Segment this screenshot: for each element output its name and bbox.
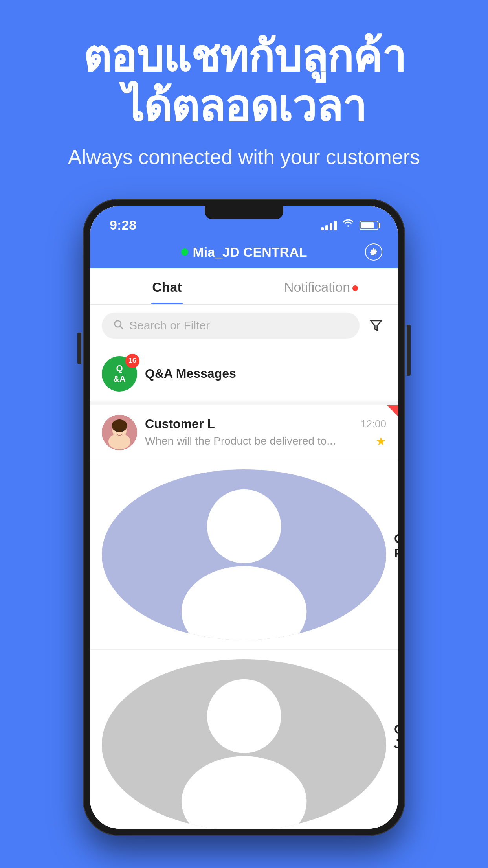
store-name-display: Mia_JD CENTRAL: [181, 245, 307, 260]
phone-screen: 9:28: [90, 206, 398, 829]
svg-marker-2: [371, 321, 382, 330]
chat-item-customer-l[interactable]: Customer L 12:00 When will the Product b…: [90, 405, 398, 460]
phone-outer: 9:28: [83, 199, 405, 836]
thai-title-line2: ได้ตลอดเวลา: [122, 82, 366, 130]
qa-badge: 16: [125, 354, 139, 368]
chat-item-customer-j[interactable]: 8 Customer J 12/16/2021: [90, 650, 398, 829]
svg-point-12: [182, 756, 307, 828]
app-header: Mia_JD CENTRAL: [90, 237, 398, 268]
svg-point-11: [207, 679, 281, 753]
chat-item-customer-p[interactable]: Customer P 12/20/2021 I've got a questio…: [90, 460, 398, 650]
avatar-customer-j: 8: [102, 659, 386, 829]
svg-point-9: [207, 489, 281, 563]
section-divider: [90, 401, 398, 405]
store-name-text: Mia_JD CENTRAL: [193, 245, 307, 260]
unread-badge-j: 8: [374, 659, 386, 671]
search-area: Search or Filter: [90, 305, 398, 347]
phone-wrapper: 9:28: [83, 199, 405, 836]
chat-name: Customer P: [394, 531, 398, 561]
signal-bar-2: [325, 225, 328, 230]
tab-bar: Chat Notification: [90, 268, 398, 305]
unread-corner-flag: [387, 405, 398, 416]
svg-line-1: [120, 326, 123, 329]
avatar-customer-l: [102, 415, 137, 450]
online-status-dot: [181, 248, 188, 256]
status-time: 9:28: [110, 217, 136, 233]
qa-avatar: Q&A 16: [102, 356, 137, 392]
search-icon: [113, 319, 124, 333]
chat-name: Customer J: [394, 722, 398, 751]
subtitle: Always connected with your customers: [24, 143, 464, 171]
svg-point-10: [182, 566, 307, 640]
signal-bar-1: [321, 227, 324, 230]
chat-preview: When will the Product be delivered to...: [145, 435, 372, 447]
svg-point-8: [121, 429, 123, 432]
chat-name: Customer L: [145, 417, 215, 431]
header-section: ตอบแชทกับลูกค้า ได้ตลอดเวลา Always conne…: [0, 0, 488, 187]
svg-point-5: [108, 434, 130, 449]
phone-notch: [205, 206, 283, 219]
qa-label: Q&A Messages: [145, 366, 236, 381]
chat-content-customer-l: Customer L 12:00 When will the Product b…: [145, 417, 386, 448]
svg-point-7: [116, 429, 118, 432]
phone-inner: 9:28: [90, 206, 398, 829]
avatar-customer-p: [102, 469, 386, 640]
chat-preview-row: When will the Product be delivered to...…: [145, 434, 386, 448]
notification-badge-dot: [352, 285, 358, 291]
qa-icon-text: Q&A: [113, 363, 126, 384]
settings-icon[interactable]: [365, 243, 382, 261]
svg-point-0: [115, 320, 121, 327]
tab-notification[interactable]: Notification: [244, 268, 398, 304]
signal-bars-icon: [321, 220, 337, 230]
qa-section[interactable]: Q&A 16 Q&A Messages: [90, 347, 398, 401]
battery-icon: [360, 221, 378, 230]
status-icons: [321, 219, 378, 231]
wifi-icon: [342, 219, 354, 231]
search-placeholder: Search or Filter: [129, 319, 210, 332]
chat-name-row: Customer L 12:00: [145, 417, 386, 431]
thai-title-line1: ตอบแชทกับลูกค้า: [83, 32, 405, 80]
battery-fill: [361, 222, 374, 228]
search-bar[interactable]: Search or Filter: [102, 313, 360, 339]
svg-point-6: [112, 419, 127, 432]
chat-time: 12:00: [361, 418, 386, 430]
star-icon: ★: [376, 434, 386, 448]
thai-title: ตอบแชทกับลูกค้า ได้ตลอดเวลา: [24, 31, 464, 131]
signal-bar-4: [334, 221, 337, 230]
tab-chat[interactable]: Chat: [90, 268, 244, 304]
signal-bar-3: [330, 223, 332, 230]
filter-icon[interactable]: [366, 315, 386, 336]
chat-list: Customer L 12:00 When will the Product b…: [90, 405, 398, 829]
